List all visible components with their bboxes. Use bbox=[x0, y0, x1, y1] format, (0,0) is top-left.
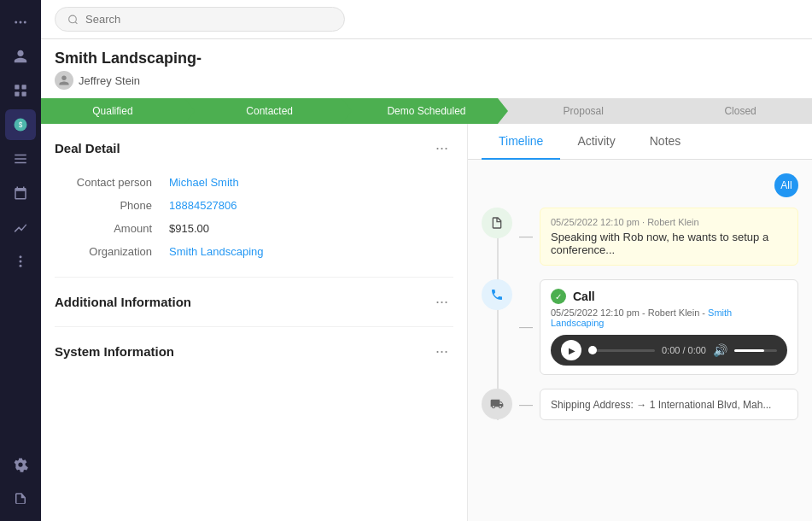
audio-player: ▶ 0:00 / 0:00 🔊 bbox=[551, 335, 787, 366]
volume-bar[interactable] bbox=[734, 349, 777, 352]
system-info-title: System Information bbox=[55, 344, 174, 359]
svg-point-13 bbox=[20, 260, 22, 263]
svg-point-1 bbox=[20, 21, 22, 24]
stage-demo[interactable]: Demo Scheduled bbox=[342, 98, 499, 124]
pipeline: Qualified Contacted Demo Scheduled Propo… bbox=[41, 98, 812, 124]
check-icon: ✓ bbox=[551, 289, 566, 304]
note-card: 05/25/2022 12:10 pm · Robert Klein Speak… bbox=[540, 208, 798, 266]
sidebar-icon-calendar[interactable] bbox=[5, 178, 36, 208]
field-value-amount: $915.00 bbox=[166, 217, 453, 240]
system-info-more-btn[interactable]: ··· bbox=[430, 341, 453, 362]
field-label-org: Organization bbox=[55, 240, 166, 263]
progress-bar[interactable] bbox=[588, 349, 655, 352]
additional-info-more-btn[interactable]: ··· bbox=[430, 291, 453, 313]
note-text: Speaking with Rob now, he wants to setup… bbox=[551, 231, 787, 256]
search-input[interactable] bbox=[85, 13, 332, 26]
deal-owner: Jeffrey Stein bbox=[55, 71, 798, 90]
svg-rect-9 bbox=[15, 155, 26, 156]
svg-rect-3 bbox=[15, 85, 19, 89]
play-button[interactable]: ▶ bbox=[561, 340, 581, 360]
timeline-node-note bbox=[482, 208, 512, 238]
tab-activity[interactable]: Activity bbox=[560, 124, 632, 160]
stage-proposal[interactable]: Proposal bbox=[498, 98, 655, 124]
deal-detail-header: Deal Detail ··· bbox=[55, 138, 453, 159]
filter-row: All bbox=[482, 173, 798, 197]
phone-link[interactable]: 18884527806 bbox=[169, 199, 237, 212]
org-link[interactable]: Smith Landscaping bbox=[169, 245, 264, 258]
timeline-item-note: — 05/25/2022 12:10 pm · Robert Klein Spe… bbox=[482, 208, 798, 266]
svg-rect-10 bbox=[15, 158, 26, 160]
additional-info-header: Additional Information ··· bbox=[55, 291, 453, 313]
shipping-label: Shipping Address: bbox=[551, 399, 634, 411]
tabs: Timeline Activity Notes bbox=[468, 124, 812, 160]
svg-rect-4 bbox=[22, 85, 26, 89]
timeline-dash: — bbox=[519, 229, 533, 244]
svg-rect-6 bbox=[22, 92, 26, 97]
system-info-header: System Information ··· bbox=[55, 341, 453, 362]
call-label: Call bbox=[573, 290, 595, 303]
stage-closed[interactable]: Closed bbox=[655, 98, 812, 124]
owner-name: Jeffrey Stein bbox=[79, 74, 140, 87]
timeline-note-content: 05/25/2022 12:10 pm · Robert Klein Speak… bbox=[540, 208, 798, 266]
timeline-dash-3: — bbox=[519, 397, 533, 413]
sidebar-icon-more[interactable] bbox=[5, 246, 36, 277]
search-icon bbox=[67, 14, 79, 26]
filter-all-button[interactable]: All bbox=[774, 173, 798, 197]
deal-detail-table: Contact person Michael Smith Phone 18884… bbox=[55, 171, 453, 263]
sidebar: $ bbox=[0, 0, 41, 521]
field-label-amount: Amount bbox=[55, 217, 166, 240]
table-row: Amount $915.00 bbox=[55, 217, 453, 240]
deal-detail-more-btn[interactable]: ··· bbox=[430, 138, 453, 159]
timeline-area: All — 05/25/2022 12:10 pm · Robert Klei bbox=[468, 160, 812, 521]
field-value-org: Smith Landscaping bbox=[166, 240, 453, 263]
search-box[interactable] bbox=[55, 7, 345, 32]
field-label-contact: Contact person bbox=[55, 171, 166, 194]
shipping-address: → 1 International Blvd, Mah... bbox=[636, 399, 771, 411]
svg-rect-11 bbox=[15, 162, 26, 164]
timeline-call-content: ✓ Call 05/25/2022 12:10 pm - Robert Klei… bbox=[540, 279, 798, 375]
sidebar-icon-settings[interactable] bbox=[5, 449, 36, 480]
svg-text:$: $ bbox=[19, 121, 23, 129]
tab-timeline[interactable]: Timeline bbox=[482, 124, 560, 160]
stage-contacted[interactable]: Contacted bbox=[184, 98, 342, 124]
field-value-contact: Michael Smith bbox=[166, 171, 453, 194]
avatar bbox=[55, 71, 73, 90]
svg-point-12 bbox=[20, 255, 22, 258]
svg-rect-5 bbox=[15, 92, 19, 97]
table-row: Contact person Michael Smith bbox=[55, 171, 453, 194]
svg-point-0 bbox=[15, 21, 17, 24]
sidebar-icon-contacts[interactable] bbox=[5, 41, 36, 72]
deal-title: Smith Landscaping- bbox=[55, 50, 798, 67]
stage-qualified[interactable]: Qualified bbox=[41, 98, 184, 124]
contact-link[interactable]: Michael Smith bbox=[169, 176, 239, 189]
sidebar-icon-deals[interactable]: $ bbox=[5, 109, 36, 140]
time-display: 0:00 / 0:00 bbox=[662, 345, 706, 355]
svg-point-15 bbox=[69, 15, 77, 23]
deal-header: Smith Landscaping- Jeffrey Stein bbox=[41, 39, 812, 98]
tab-notes[interactable]: Notes bbox=[633, 124, 698, 160]
sidebar-icon-analytics[interactable] bbox=[5, 212, 36, 243]
call-card: ✓ Call 05/25/2022 12:10 pm - Robert Klei… bbox=[540, 279, 798, 375]
volume-icon: 🔊 bbox=[713, 343, 727, 357]
main-content: Smith Landscaping- Jeffrey Stein Qualifi… bbox=[41, 0, 812, 521]
call-header: ✓ Call bbox=[551, 289, 787, 304]
timeline-item-shipping: — Shipping Address: → 1 International Bl… bbox=[482, 389, 798, 420]
sidebar-icon-dashboard[interactable] bbox=[5, 75, 36, 106]
timeline-dash-2: — bbox=[519, 319, 533, 335]
left-panel: Deal Detail ··· Contact person Michael S… bbox=[41, 124, 468, 521]
body-area: Deal Detail ··· Contact person Michael S… bbox=[41, 124, 812, 521]
timeline-item-call: — ✓ Call 05/25/2022 12:10 pm - Robert Kl… bbox=[482, 279, 798, 375]
sidebar-icon-tasks[interactable] bbox=[5, 143, 36, 174]
field-value-phone: 18884527806 bbox=[166, 194, 453, 217]
sidebar-icon-dots[interactable] bbox=[5, 7, 36, 38]
volume-fill bbox=[734, 349, 764, 352]
right-panel: Timeline Activity Notes All bbox=[468, 124, 812, 521]
table-row: Organization Smith Landscaping bbox=[55, 240, 453, 263]
field-label-phone: Phone bbox=[55, 194, 166, 217]
sidebar-icon-export[interactable] bbox=[5, 483, 36, 514]
deal-detail-title: Deal Detail bbox=[55, 141, 120, 155]
svg-point-14 bbox=[20, 265, 22, 267]
timeline-container: — 05/25/2022 12:10 pm · Robert Klein Spe… bbox=[482, 208, 798, 420]
additional-info-title: Additional Information bbox=[55, 295, 191, 309]
timeline-shipping-content: Shipping Address: → 1 International Blvd… bbox=[540, 389, 798, 420]
